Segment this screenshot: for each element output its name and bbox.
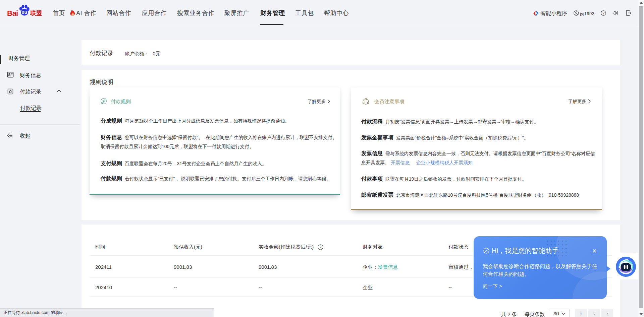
svg-text:?: ?: [602, 11, 604, 15]
svg-text:du: du: [22, 10, 27, 15]
svg-text:?: ?: [320, 245, 322, 249]
